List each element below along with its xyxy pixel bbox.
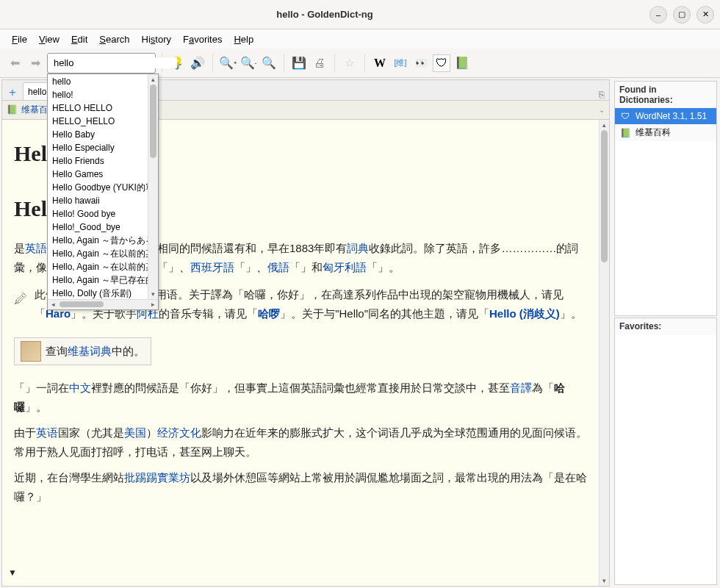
sound-icon[interactable]: 🔊 — [189, 54, 206, 72]
owl-icon[interactable]: 👀 — [412, 54, 430, 72]
chevron-down-icon[interactable]: ⌄ — [599, 106, 605, 114]
menu-search[interactable]: Search — [93, 32, 135, 46]
wiktionary-icon — [21, 341, 41, 362]
completion-item[interactable]: Hello Especially — [48, 140, 158, 154]
collapse-triangle-icon[interactable]: ▼ — [8, 565, 17, 580]
menu-history[interactable]: History — [136, 32, 177, 46]
completion-item[interactable]: hello — [48, 74, 158, 87]
completion-item[interactable]: HELLO HELLO — [48, 101, 158, 114]
shield-orange-icon: 🛡 — [619, 110, 631, 122]
add-tab-button[interactable]: + — [5, 85, 20, 100]
completion-item[interactable]: Hello Goodbye (YUKI的單 — [48, 180, 158, 193]
completion-dropdown: hellohello!HELLO HELLOHELLO_HELLOHello B… — [47, 74, 159, 310]
completion-item[interactable]: Hello!_Good_bye — [48, 220, 158, 233]
completion-item[interactable]: hello! — [48, 87, 158, 101]
side-panel: Found in Dictionaries: 🛡 WordNet 3.1, 1.… — [611, 78, 720, 588]
forward-button[interactable]: ➡ — [26, 54, 44, 72]
menu-help[interactable]: Help — [228, 32, 259, 46]
completion-item[interactable]: Hello, Again ～早已存在的 — [48, 273, 158, 286]
para-4: 近期，在台灣學生網站批踢踢實業坊以及場外休憩區等網站上常被用於調侃尷尬場面之詞，… — [14, 468, 587, 506]
zoom-out-icon[interactable]: 🔍- — [240, 54, 257, 72]
search-input[interactable] — [54, 57, 177, 68]
completion-item[interactable]: Hello, Again ～在以前的某 — [48, 246, 158, 259]
completion-item[interactable]: Hello Games — [48, 167, 158, 180]
completion-hscroll[interactable]: ◂▸ — [48, 299, 158, 309]
menu-view[interactable]: View — [33, 32, 65, 46]
disambig-icon: 🖉 — [14, 288, 27, 311]
completion-item[interactable]: Hello! Good bye — [48, 207, 158, 220]
book-green-icon: 📗 — [619, 127, 631, 139]
wiktionary-box: 查询维基词典中的。 — [14, 337, 151, 365]
book-icon[interactable]: 📗 — [453, 54, 471, 72]
back-button[interactable]: ⬅ — [6, 54, 24, 72]
favorites-label: Favorites: — [615, 318, 716, 334]
star-icon[interactable]: ☆ — [341, 54, 359, 72]
book-green-icon: 📗 — [7, 104, 18, 116]
completion-item[interactable]: Hello, Again ～昔からある — [48, 233, 158, 246]
search-box[interactable]: ⌄ — [47, 53, 156, 74]
menubar: File View Edit Search History Favorites … — [0, 29, 720, 49]
para-3: 由于英语国家（尤其是美国）经济文化影响力在近年来的膨胀式扩大，这个词语几乎成为全… — [14, 423, 587, 461]
close-button[interactable]: ✕ — [696, 6, 714, 24]
toolbar: ⬅ ➡ ⌄ hellohello!HELLO HELLOHELLO_HELLOH… — [0, 49, 720, 78]
titlebar: hello - GoldenDict-ng – ▢ ✕ — [0, 0, 720, 29]
menu-edit[interactable]: Edit — [65, 32, 93, 46]
completion-item[interactable]: Hello Baby — [48, 127, 158, 140]
dict-item-wordnet[interactable]: 🛡 WordNet 3.1, 1.51 — [615, 108, 716, 124]
para-2: 「」一詞在中文裡對應的問候語是「你好」，但事實上這個英語詞彙也經常直接用於日常交… — [14, 379, 587, 416]
window-title: hello - GoldenDict-ng — [6, 9, 644, 20]
found-in-label: Found in Dictionaries: — [615, 82, 716, 108]
completion-item[interactable]: Hello Friends — [48, 154, 158, 167]
cn-source-icon[interactable]: [维] — [392, 54, 409, 72]
tab-overflow-icon[interactable]: ⎘ — [599, 89, 605, 100]
completion-item[interactable]: HELLO_HELLO — [48, 114, 158, 127]
completion-item[interactable]: Hello hawaii — [48, 193, 158, 207]
completion-item[interactable]: Hello, Dolly (音乐剧) — [48, 286, 158, 299]
tab-label: hello — [28, 87, 46, 97]
chevron-down-icon[interactable]: ⌄ — [177, 59, 183, 67]
save-icon[interactable]: 💾 — [290, 54, 308, 72]
article-scrollbar[interactable]: ▴ ▾ — [599, 120, 609, 586]
shield-icon[interactable]: 🛡 — [433, 54, 450, 72]
zoom-in-icon[interactable]: 🔍+ — [219, 54, 237, 72]
minimize-button[interactable]: – — [649, 6, 667, 24]
zoom-reset-icon[interactable]: 🔍 — [260, 54, 278, 72]
dict-item-wikipedia-cn[interactable]: 📗 维基百科 — [615, 124, 716, 141]
menu-file[interactable]: File — [6, 32, 33, 46]
menu-favorites[interactable]: Favorites — [177, 32, 228, 46]
maximize-button[interactable]: ▢ — [673, 6, 691, 24]
completion-vscroll[interactable]: ▴ ▾ — [148, 74, 158, 299]
print-icon[interactable]: 🖨 — [311, 54, 328, 72]
wikipedia-icon[interactable]: W — [371, 54, 389, 72]
completion-item[interactable]: Hello, Again ～在以前的某 — [48, 259, 158, 273]
